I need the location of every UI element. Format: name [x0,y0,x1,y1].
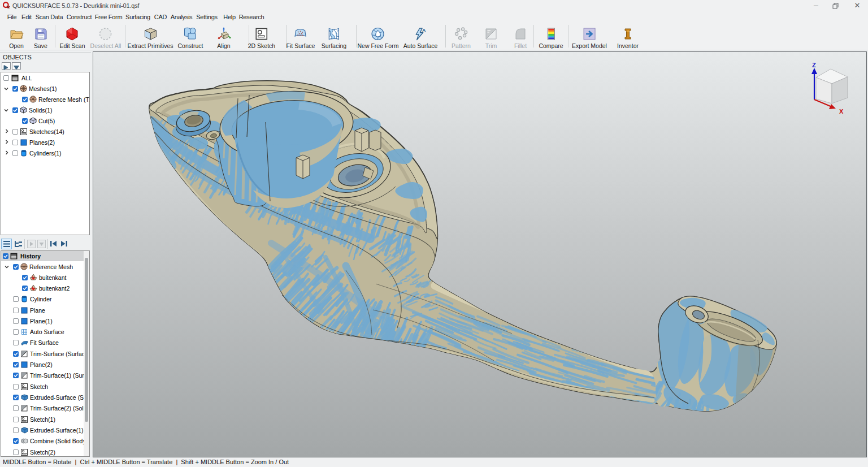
svg-text:A: A [422,27,426,33]
svg-text:X: X [839,108,844,115]
svg-text:Z: Z [812,62,816,68]
